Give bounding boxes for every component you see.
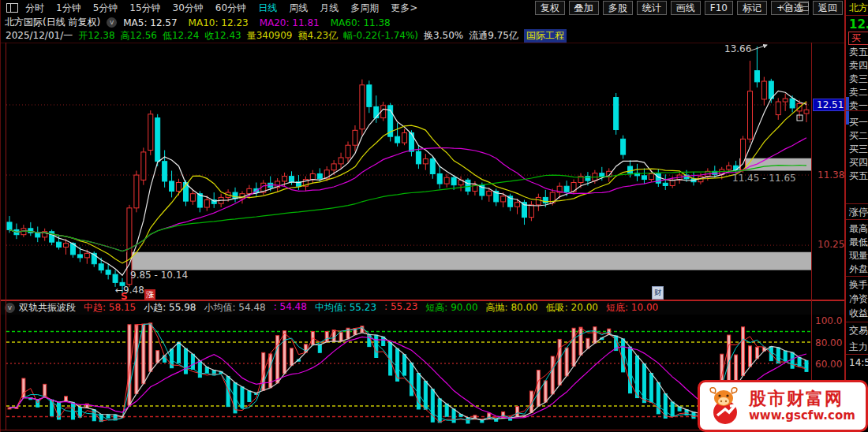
chart-title-bar: 北方国际(日线 前复权) v MA5: 12.57MA10: 12.23MA20…	[0, 16, 844, 29]
osc-bar-up	[544, 381, 547, 402]
candle-up	[148, 114, 153, 151]
sidebar-row-15: 换手	[849, 278, 868, 292]
candle-down	[317, 173, 322, 178]
osc-bar-up	[572, 328, 575, 366]
sidebar-row-18: 交易	[849, 324, 868, 337]
sidebar-row-7: 买三	[849, 143, 868, 156]
ma-legend-item: MA10: 12.23	[189, 17, 249, 28]
candle-up	[515, 203, 520, 207]
indicator-params: 中趋: 58.15小趋: 55.98小均值: 54.48: 54.48中均值: …	[84, 301, 666, 315]
candle-down	[437, 173, 442, 184]
osc-bar-down	[178, 342, 181, 363]
candle-down	[99, 264, 103, 270]
osc-bar-up	[586, 338, 589, 348]
candle-up	[84, 253, 89, 258]
quote-info-segment: 额4.23亿	[297, 29, 338, 43]
candle-down	[170, 181, 174, 192]
candle-up	[282, 177, 287, 181]
period-menu-item[interactable]: 分时	[25, 2, 44, 15]
chart-right-border	[811, 43, 812, 430]
last-price-label: 12.51	[813, 99, 847, 111]
cai-watermark-icon: 财	[652, 286, 664, 300]
toolbar-button[interactable]: 返回	[813, 1, 843, 15]
period-menu-item[interactable]: 30分钟	[173, 2, 204, 15]
sidebar-row-11: 最高	[849, 222, 868, 236]
candle-down	[57, 242, 62, 247]
period-menu-item[interactable]: 多周期	[350, 2, 379, 15]
candle-up	[501, 196, 506, 202]
candle-up	[381, 106, 386, 118]
toolbar-button[interactable]: 复权	[535, 1, 565, 15]
osc-bar-down	[191, 354, 194, 369]
candle-up	[331, 164, 336, 170]
candle-up	[444, 177, 449, 184]
osc-bar-up	[551, 356, 554, 394]
quote-info-segment: 量340909	[247, 29, 293, 43]
indicator-param: 高抛: 80.00	[486, 301, 538, 315]
period-menu-item[interactable]: 60分钟	[215, 2, 246, 15]
buy-button[interactable]: 买	[848, 32, 868, 45]
osc-bar-down	[445, 404, 448, 416]
toolbar-button[interactable]: 多股	[603, 1, 633, 15]
sidebar-time: 14:5	[849, 357, 868, 368]
candle-up	[204, 200, 209, 207]
candle-up	[141, 152, 146, 180]
osc-bar-up	[65, 397, 68, 401]
indicator-param: 中均值: 55.23	[315, 301, 376, 315]
period-menu-item[interactable]: 更多>	[391, 2, 417, 15]
period-menu-item[interactable]: 日线	[258, 2, 277, 15]
sidebar-row-5: 买一	[849, 116, 868, 129]
toolbar-button[interactable]: F10	[705, 1, 733, 15]
candle-down	[642, 176, 646, 180]
chevron-down-icon[interactable]: v	[107, 17, 117, 28]
diamond-icon[interactable]	[781, 2, 792, 13]
high-band-label: 11.45 - 11.65	[732, 173, 796, 184]
period-menu-item[interactable]: 周线	[289, 2, 308, 15]
period-menu-item[interactable]: 1分钟	[56, 2, 81, 15]
sidebar-row-16: 净资	[849, 292, 868, 306]
high-price-label: 13.66	[724, 43, 751, 54]
window-split-icon[interactable]	[6, 3, 18, 13]
osc-bar-down	[78, 408, 81, 418]
candle-down	[451, 177, 456, 184]
period-menu-item[interactable]: 15分钟	[129, 2, 160, 15]
indicator-name[interactable]: 双轨共振波段	[19, 301, 76, 315]
candle-up	[402, 132, 407, 143]
toolbar-button[interactable]: 画线	[671, 1, 701, 15]
osc-bar-down	[71, 402, 74, 419]
sidebar-row-2: 卖三	[849, 73, 868, 86]
ma-legend: MA5: 12.57MA10: 12.23MA20: 11.81MA60: 11…	[123, 17, 402, 28]
candle-down	[466, 180, 470, 191]
osc-bar-up	[593, 327, 597, 344]
candle-down	[734, 166, 739, 170]
candle-down	[416, 151, 421, 164]
osc-bar-down	[403, 355, 406, 375]
osc-bar-down	[226, 376, 230, 406]
candle-down	[36, 233, 40, 237]
layout-icon[interactable]	[799, 2, 809, 11]
candlestick-chart[interactable]	[0, 43, 844, 300]
candle-up	[804, 110, 809, 114]
period-menu-item[interactable]: 月线	[320, 2, 339, 15]
quote-info-segment: 2025/12/01/一	[6, 29, 73, 43]
candle-down	[155, 118, 160, 162]
osc-bar-up	[565, 348, 568, 376]
bull-icon	[705, 385, 744, 426]
candle-down	[163, 162, 167, 181]
osc-bar-up	[283, 331, 286, 374]
title-corner-icons	[783, 2, 809, 11]
sidebar-stock-name[interactable]: 北方	[849, 2, 868, 15]
indicator-param: 小趋: 55.98	[144, 301, 196, 315]
toolbar-button[interactable]: 统计	[637, 1, 667, 15]
indicator-param: 小均值: 54.48	[204, 301, 265, 315]
toolbar-button[interactable]: 标记	[737, 1, 767, 15]
sidebar-row-13: 现量	[849, 249, 868, 263]
toolbar-button[interactable]: 叠加	[569, 1, 599, 15]
window-left-border	[0, 0, 1, 432]
zhang-badge: 涨	[144, 289, 155, 300]
osc-axis-label: 60.00	[815, 359, 842, 370]
low-price-label: ←9.48	[115, 285, 144, 296]
candle-down	[790, 99, 795, 108]
period-menu-item[interactable]: 5分钟	[93, 2, 118, 15]
candle-up	[747, 91, 752, 140]
